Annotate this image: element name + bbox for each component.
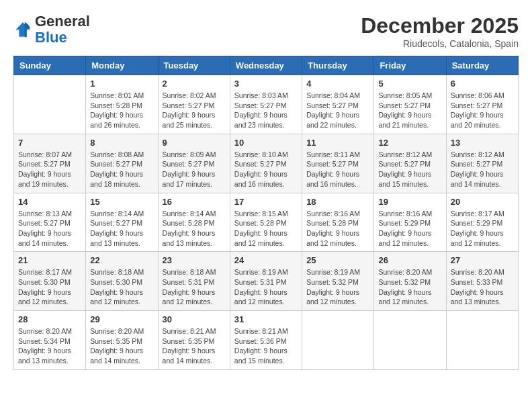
day-number: 23 (163, 255, 226, 265)
day-info: Sunrise: 8:16 AMSunset: 5:29 PMDaylight:… (378, 209, 441, 248)
day-number: 22 (90, 255, 153, 265)
day-info: Sunrise: 8:18 AMSunset: 5:30 PMDaylight:… (90, 267, 153, 307)
calendar-cell (14, 75, 86, 134)
col-saturday: Saturday (446, 56, 518, 75)
col-friday: Friday (374, 56, 446, 75)
day-number: 25 (306, 255, 369, 265)
day-info: Sunrise: 8:09 AMSunset: 5:27 PMDaylight:… (163, 150, 226, 189)
day-info: Sunrise: 8:20 AMSunset: 5:34 PMDaylight:… (18, 326, 81, 366)
calendar-cell: 8Sunrise: 8:08 AMSunset: 5:27 PMDaylight… (86, 134, 158, 193)
logo-blue: Blue (35, 29, 67, 46)
calendar-cell: 17Sunrise: 8:15 AMSunset: 5:28 PMDayligh… (230, 193, 302, 252)
calendar-cell: 19Sunrise: 8:16 AMSunset: 5:29 PMDayligh… (374, 193, 446, 252)
main-container: General Blue December 2025 Riudecols, Ca… (13, 13, 519, 370)
day-info: Sunrise: 8:11 AMSunset: 5:27 PMDaylight:… (306, 150, 369, 189)
col-thursday: Thursday (302, 56, 374, 75)
day-number: 3 (234, 79, 298, 89)
day-info: Sunrise: 8:02 AMSunset: 5:27 PMDaylight:… (163, 91, 226, 130)
day-number: 4 (306, 79, 369, 89)
day-number: 17 (234, 197, 298, 207)
calendar-week-row: 7Sunrise: 8:07 AMSunset: 5:27 PMDaylight… (14, 134, 519, 193)
col-tuesday: Tuesday (158, 56, 230, 75)
calendar-cell: 12Sunrise: 8:12 AMSunset: 5:27 PMDayligh… (374, 134, 446, 193)
day-number: 21 (18, 255, 81, 265)
day-info: Sunrise: 8:06 AMSunset: 5:27 PMDaylight:… (451, 91, 514, 130)
day-number: 24 (234, 255, 298, 265)
day-info: Sunrise: 8:14 AMSunset: 5:28 PMDaylight:… (163, 209, 226, 248)
logo-text: General Blue (35, 13, 90, 46)
day-number: 31 (234, 314, 298, 324)
calendar-cell: 15Sunrise: 8:14 AMSunset: 5:27 PMDayligh… (86, 193, 158, 252)
calendar-cell: 28Sunrise: 8:20 AMSunset: 5:34 PMDayligh… (14, 311, 86, 370)
day-info: Sunrise: 8:04 AMSunset: 5:27 PMDaylight:… (306, 91, 369, 130)
day-info: Sunrise: 8:17 AMSunset: 5:30 PMDaylight:… (18, 267, 81, 307)
calendar-cell: 16Sunrise: 8:14 AMSunset: 5:28 PMDayligh… (158, 193, 230, 252)
calendar-cell (374, 311, 446, 370)
logo-icon (13, 20, 32, 39)
calendar-cell: 10Sunrise: 8:10 AMSunset: 5:27 PMDayligh… (230, 134, 302, 193)
day-info: Sunrise: 8:12 AMSunset: 5:27 PMDaylight:… (378, 150, 441, 189)
day-number: 29 (90, 314, 153, 324)
calendar-cell: 7Sunrise: 8:07 AMSunset: 5:27 PMDaylight… (14, 134, 86, 193)
calendar-week-row: 21Sunrise: 8:17 AMSunset: 5:30 PMDayligh… (14, 252, 519, 311)
calendar-cell (302, 311, 374, 370)
header: General Blue December 2025 Riudecols, Ca… (13, 13, 519, 49)
calendar-header-row: Sunday Monday Tuesday Wednesday Thursday… (14, 56, 519, 75)
day-number: 11 (306, 138, 369, 148)
calendar-cell: 13Sunrise: 8:12 AMSunset: 5:27 PMDayligh… (446, 134, 518, 193)
calendar-cell: 30Sunrise: 8:21 AMSunset: 5:35 PMDayligh… (158, 311, 230, 370)
col-sunday: Sunday (14, 56, 86, 75)
calendar-cell: 1Sunrise: 8:01 AMSunset: 5:28 PMDaylight… (86, 75, 158, 134)
calendar-cell: 5Sunrise: 8:05 AMSunset: 5:27 PMDaylight… (374, 75, 446, 134)
calendar-table: Sunday Monday Tuesday Wednesday Thursday… (13, 56, 519, 370)
day-info: Sunrise: 8:08 AMSunset: 5:27 PMDaylight:… (90, 150, 153, 189)
day-info: Sunrise: 8:19 AMSunset: 5:31 PMDaylight:… (234, 267, 298, 307)
calendar-cell: 11Sunrise: 8:11 AMSunset: 5:27 PMDayligh… (302, 134, 374, 193)
day-info: Sunrise: 8:18 AMSunset: 5:31 PMDaylight:… (163, 267, 226, 307)
day-info: Sunrise: 8:13 AMSunset: 5:27 PMDaylight:… (18, 209, 81, 248)
day-number: 16 (163, 197, 226, 207)
calendar-cell: 25Sunrise: 8:19 AMSunset: 5:32 PMDayligh… (302, 252, 374, 311)
day-info: Sunrise: 8:17 AMSunset: 5:29 PMDaylight:… (451, 209, 514, 248)
day-info: Sunrise: 8:07 AMSunset: 5:27 PMDaylight:… (18, 150, 81, 189)
calendar-cell: 26Sunrise: 8:20 AMSunset: 5:32 PMDayligh… (374, 252, 446, 311)
day-info: Sunrise: 8:15 AMSunset: 5:28 PMDaylight:… (234, 209, 298, 248)
day-number: 18 (306, 197, 369, 207)
day-number: 10 (234, 138, 298, 148)
day-info: Sunrise: 8:03 AMSunset: 5:27 PMDaylight:… (234, 91, 298, 130)
month-year: December 2025 (361, 13, 519, 38)
calendar-cell: 6Sunrise: 8:06 AMSunset: 5:27 PMDaylight… (446, 75, 518, 134)
day-number: 8 (90, 138, 153, 148)
calendar-cell: 24Sunrise: 8:19 AMSunset: 5:31 PMDayligh… (230, 252, 302, 311)
calendar-cell: 20Sunrise: 8:17 AMSunset: 5:29 PMDayligh… (446, 193, 518, 252)
col-wednesday: Wednesday (230, 56, 302, 75)
day-info: Sunrise: 8:10 AMSunset: 5:27 PMDaylight:… (234, 150, 298, 189)
calendar-cell: 3Sunrise: 8:03 AMSunset: 5:27 PMDaylight… (230, 75, 302, 134)
calendar-cell: 18Sunrise: 8:16 AMSunset: 5:28 PMDayligh… (302, 193, 374, 252)
col-monday: Monday (86, 56, 158, 75)
day-info: Sunrise: 8:16 AMSunset: 5:28 PMDaylight:… (306, 209, 369, 248)
day-number: 19 (378, 197, 441, 207)
day-number: 20 (451, 197, 514, 207)
day-info: Sunrise: 8:05 AMSunset: 5:27 PMDaylight:… (378, 91, 441, 130)
calendar-cell (446, 311, 518, 370)
day-number: 2 (163, 79, 226, 89)
calendar-cell: 9Sunrise: 8:09 AMSunset: 5:27 PMDaylight… (158, 134, 230, 193)
location: Riudecols, Catalonia, Spain (361, 38, 519, 49)
calendar-cell: 22Sunrise: 8:18 AMSunset: 5:30 PMDayligh… (86, 252, 158, 311)
day-number: 30 (163, 314, 226, 324)
logo: General Blue (13, 13, 90, 46)
calendar-cell: 2Sunrise: 8:02 AMSunset: 5:27 PMDaylight… (158, 75, 230, 134)
calendar-cell: 27Sunrise: 8:20 AMSunset: 5:33 PMDayligh… (446, 252, 518, 311)
day-number: 13 (451, 138, 514, 148)
calendar-cell: 23Sunrise: 8:18 AMSunset: 5:31 PMDayligh… (158, 252, 230, 311)
logo-general: General (35, 13, 90, 30)
calendar-cell: 21Sunrise: 8:17 AMSunset: 5:30 PMDayligh… (14, 252, 86, 311)
title-block: December 2025 Riudecols, Catalonia, Spai… (361, 13, 519, 49)
day-number: 27 (451, 255, 514, 265)
calendar-week-row: 14Sunrise: 8:13 AMSunset: 5:27 PMDayligh… (14, 193, 519, 252)
day-number: 9 (163, 138, 226, 148)
calendar-cell: 29Sunrise: 8:20 AMSunset: 5:35 PMDayligh… (86, 311, 158, 370)
day-number: 28 (18, 314, 81, 324)
day-info: Sunrise: 8:20 AMSunset: 5:35 PMDaylight:… (90, 326, 153, 366)
